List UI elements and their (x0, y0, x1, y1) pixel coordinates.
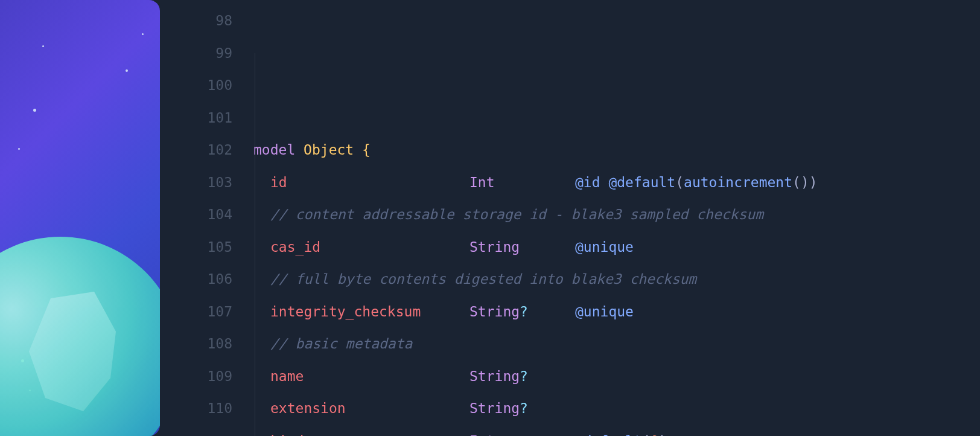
comment: // full byte contents digested into blak… (270, 271, 696, 287)
code-line[interactable]: // content addressable storage id - blak… (253, 199, 980, 231)
optional-marker: ? (520, 400, 528, 416)
line-number: 103 (160, 167, 232, 199)
number-literal: 0 (651, 433, 659, 437)
line-number: 102 (160, 134, 232, 167)
attribute-unique: @unique (575, 304, 634, 319)
line-number: 99 (160, 37, 232, 70)
class-name: Object (304, 142, 354, 158)
field-name: extension (270, 400, 346, 416)
optional-marker: ? (520, 304, 528, 319)
line-number: 108 (160, 328, 232, 361)
type-name: String (469, 368, 520, 384)
field-name: kind (270, 433, 304, 437)
line-number: 101 (160, 102, 232, 135)
type-name: String (469, 239, 520, 255)
code-line[interactable]: integrity_checksumString?@unique (253, 296, 980, 329)
star-decoration (18, 148, 20, 150)
attribute-id: @id (575, 175, 600, 190)
indent-guide (255, 53, 255, 436)
code-line[interactable]: extensionString? (253, 393, 980, 425)
type-name: String (469, 400, 520, 416)
line-number: 98 (160, 5, 232, 37)
code-editor[interactable]: 9899100101102103104105106107108109110 mo… (160, 0, 980, 436)
desktop-wallpaper (0, 0, 160, 436)
code-line[interactable]: idInt@id @default(autoincrement()) (253, 167, 980, 199)
code-line[interactable]: model Object { (253, 134, 980, 167)
function-autoincrement: autoincrement (684, 175, 792, 190)
type-name: Int (469, 433, 495, 437)
code-content[interactable]: model Object {idInt@id @default(autoincr… (253, 5, 980, 436)
attribute-default: @default (575, 433, 642, 437)
attribute-default: @default (608, 175, 675, 190)
optional-marker: ? (520, 368, 528, 384)
comment: // basic metadata (270, 336, 412, 351)
field-name: name (270, 368, 304, 384)
line-number: 106 (160, 263, 232, 296)
star-decoration (126, 69, 128, 72)
field-name: integrity_checksum (270, 304, 421, 319)
attribute-unique: @unique (575, 239, 634, 255)
code-line[interactable]: // basic metadata (253, 328, 980, 361)
brace-open: { (362, 142, 371, 158)
line-number: 100 (160, 69, 232, 102)
star-decoration (42, 45, 44, 47)
code-line[interactable]: kindInt@default(0) (253, 425, 980, 437)
keyword-model: model (253, 142, 295, 158)
line-number: 104 (160, 199, 232, 231)
code-line[interactable]: cas_idString@unique (253, 231, 980, 264)
type-name: Int (469, 175, 495, 190)
line-number: 107 (160, 296, 232, 329)
code-line[interactable] (253, 102, 980, 135)
code-line[interactable]: // full byte contents digested into blak… (253, 263, 980, 296)
line-number-gutter: 9899100101102103104105106107108109110 (160, 5, 253, 436)
comment: // content addressable storage id - blak… (270, 207, 763, 222)
field-name: cas_id (270, 239, 320, 255)
line-number: 109 (160, 361, 232, 393)
planet-decoration (0, 237, 160, 436)
line-number: 110 (160, 393, 232, 425)
star-decoration (142, 33, 144, 35)
code-line[interactable]: nameString? (253, 361, 980, 393)
line-number: 105 (160, 231, 232, 264)
type-name: String (469, 304, 520, 319)
star-decoration (33, 109, 36, 112)
field-name: id (270, 175, 287, 190)
